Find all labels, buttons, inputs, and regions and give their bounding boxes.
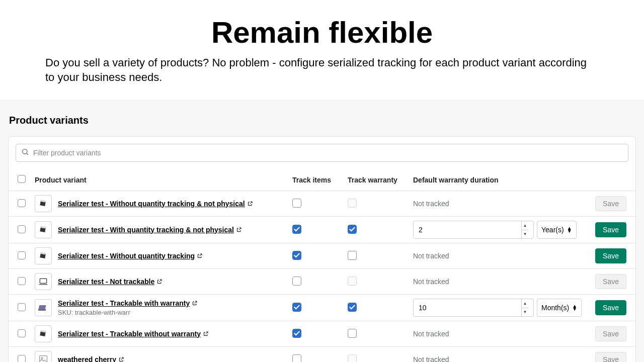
track-warranty-checkbox <box>348 277 357 286</box>
variant-link[interactable]: Serializer test - Not trackable <box>58 278 154 286</box>
table-row: weathered cherryNot trackedSave <box>9 347 635 362</box>
svg-point-0 <box>23 149 27 154</box>
external-link-icon <box>236 226 242 234</box>
external-link-icon <box>247 200 253 208</box>
stepper-up-icon[interactable]: ▲ <box>522 221 528 230</box>
hero-section: Remain flexible Do you sell a variety of… <box>0 0 644 100</box>
track-items-checkbox[interactable] <box>292 277 301 286</box>
row-select-checkbox[interactable] <box>18 303 26 311</box>
select-arrows-icon: ▲▼ <box>567 227 572 233</box>
duration-controls: 10▲▼Month(s)▲▼ <box>413 299 586 317</box>
variant-thumbnail <box>35 273 52 290</box>
search-field[interactable] <box>16 144 628 162</box>
hero-subtitle: Do you sell a variety of products? No pr… <box>45 56 599 84</box>
stepper-down-icon[interactable]: ▼ <box>522 308 528 317</box>
track-items-checkbox[interactable] <box>292 329 301 338</box>
variant-cell: Serializer test - With quantity tracking… <box>35 221 284 238</box>
svg-rect-8 <box>40 279 46 283</box>
variant-link[interactable]: Serializer test - Without quantity track… <box>58 200 245 208</box>
variant-cell: Serializer test - Not trackable <box>35 273 284 290</box>
row-select-checkbox[interactable] <box>18 199 26 207</box>
row-select-checkbox[interactable] <box>18 277 26 285</box>
not-tracked-label: Not tracked <box>413 252 449 260</box>
variant-link[interactable]: Serializer test - Trackable without warr… <box>58 330 201 338</box>
save-button[interactable]: Save <box>595 222 626 237</box>
duration-number-input[interactable]: 2▲▼ <box>413 221 534 239</box>
track-items-checkbox[interactable] <box>292 199 301 208</box>
track-warranty-checkbox[interactable] <box>348 303 357 312</box>
variant-thumbnail <box>35 351 52 362</box>
variant-thumbnail <box>35 325 52 342</box>
table-row: Serializer test - With quantity tracking… <box>9 217 635 243</box>
table-row: Serializer test - Trackable without warr… <box>9 321 635 347</box>
track-items-checkbox[interactable] <box>292 225 301 234</box>
duration-unit-select[interactable]: Year(s)▲▼ <box>537 221 577 239</box>
save-button[interactable]: Save <box>595 300 626 315</box>
variant-thumbnail <box>35 247 52 264</box>
external-link-icon <box>118 356 124 362</box>
duration-unit-select[interactable]: Month(s)▲▼ <box>537 299 582 317</box>
stepper-up-icon[interactable]: ▲ <box>522 299 528 308</box>
hero-title: Remain flexible <box>40 15 604 50</box>
stepper-down-icon[interactable]: ▼ <box>522 230 528 239</box>
row-select-checkbox[interactable] <box>18 355 26 362</box>
table-row: Serializer test - Not trackableNot track… <box>9 269 635 295</box>
variant-cell: Serializer test - Without quantity track… <box>35 195 284 212</box>
section-heading: Product variants <box>8 115 636 126</box>
variant-thumbnail <box>35 299 52 316</box>
col-header-track-warranty: Track warranty <box>344 169 409 191</box>
save-button: Save <box>595 274 626 289</box>
search-input[interactable] <box>29 149 623 157</box>
duration-controls: 2▲▼Year(s)▲▼ <box>413 221 586 239</box>
track-warranty-checkbox[interactable] <box>348 329 357 338</box>
external-link-icon <box>192 300 198 308</box>
search-container <box>9 137 635 169</box>
track-items-checkbox[interactable] <box>292 251 301 260</box>
save-button: Save <box>595 352 626 362</box>
variant-link[interactable]: weathered cherry <box>58 355 116 362</box>
variant-cell: Serializer test - Trackable with warrant… <box>35 299 284 316</box>
select-arrows-icon: ▲▼ <box>572 305 577 311</box>
variant-cell: Serializer test - Without quantity track… <box>35 247 284 264</box>
table-row: Serializer test - Trackable with warrant… <box>9 295 635 321</box>
col-header-track-items: Track items <box>288 169 344 191</box>
variant-link[interactable]: Serializer test - Without quantity track… <box>58 252 195 260</box>
track-warranty-checkbox <box>348 354 357 362</box>
external-link-icon <box>197 252 203 260</box>
not-tracked-label: Not tracked <box>413 200 449 208</box>
svg-rect-10 <box>38 305 46 309</box>
not-tracked-label: Not tracked <box>413 330 449 338</box>
row-select-checkbox[interactable] <box>18 329 26 337</box>
svg-rect-11 <box>38 310 46 311</box>
not-tracked-label: Not tracked <box>413 355 449 362</box>
external-link-icon <box>156 278 163 286</box>
variant-thumbnail <box>35 221 52 238</box>
row-select-checkbox[interactable] <box>18 251 26 259</box>
variant-link[interactable]: Serializer test - Trackable with warrant… <box>58 299 190 307</box>
table-header: Product variant Track items Track warran… <box>9 169 635 191</box>
external-link-icon <box>203 330 209 338</box>
content-section: Product variants Product variant Track i… <box>0 100 644 362</box>
variants-panel: Product variant Track items Track warran… <box>8 136 636 362</box>
svg-line-1 <box>27 153 28 155</box>
variant-link[interactable]: Serializer test - With quantity tracking… <box>58 226 234 234</box>
variant-thumbnail <box>35 195 52 212</box>
table-row: Serializer test - Without quantity track… <box>9 191 635 217</box>
variants-table: Product variant Track items Track warran… <box>9 169 635 362</box>
track-items-checkbox[interactable] <box>292 354 301 362</box>
variant-sku: SKU: trackable-with-warr <box>58 309 198 316</box>
select-all-checkbox[interactable] <box>18 175 26 183</box>
variant-cell: Serializer test - Trackable without warr… <box>35 325 284 342</box>
track-warranty-checkbox[interactable] <box>348 251 357 260</box>
duration-number-input[interactable]: 10▲▼ <box>413 299 534 317</box>
save-button[interactable]: Save <box>595 248 626 263</box>
save-button: Save <box>595 326 626 341</box>
track-items-checkbox[interactable] <box>292 303 301 312</box>
svg-point-15 <box>41 357 43 359</box>
save-button: Save <box>595 196 626 211</box>
row-select-checkbox[interactable] <box>18 225 26 233</box>
search-icon <box>21 148 29 158</box>
not-tracked-label: Not tracked <box>413 278 449 286</box>
variant-cell: weathered cherry <box>35 351 284 362</box>
track-warranty-checkbox[interactable] <box>348 225 357 234</box>
